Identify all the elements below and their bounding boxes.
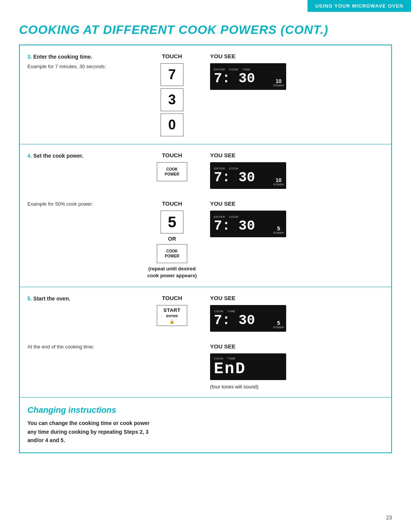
step5-yousee-header: YOU SEE <box>210 295 236 301</box>
cook-power-button-1[interactable]: COOKPOWER <box>157 162 187 181</box>
key-0[interactable]: 0 <box>161 113 183 136</box>
page-title: Cooking at Different Cook Powers (Cont.) <box>19 23 392 37</box>
step4-lcd2-power: 5 POWER <box>273 225 284 234</box>
step5-yousee-col: YOU SEE COOK TIME 7: 30 5 POWER <box>210 295 384 332</box>
cook-power-button-2[interactable]: COOKPOWER <box>157 244 187 263</box>
changing-text: You can change the cooking time or cook … <box>27 419 384 444</box>
header-title: USING YOUR MICROWAVE OVEN <box>315 3 403 9</box>
step5-part2: At the end of the cooking time: YOU SEE … <box>27 343 384 390</box>
step4-power1-num: 10 <box>276 177 282 183</box>
step5-power1-num: 5 <box>277 320 280 326</box>
title-suffix: (Cont.) <box>277 23 328 37</box>
step3-lcd-power: 10 POWER <box>273 78 284 87</box>
step4-sub-label: Example for 50% cook power: <box>27 200 134 208</box>
step4-touch-header2: TOUCH <box>138 200 206 207</box>
step4-lcd2: ENTER COOK 7: 30 5 POWER <box>210 211 286 237</box>
step4-text: 4. Set the cook power. <box>27 152 134 160</box>
step5-lcd-end: COOK TIME EnD <box>210 353 286 380</box>
title-prefix: Cooking at Different <box>19 23 178 37</box>
step4-sub-text: Example for 50% cook power: <box>27 200 134 208</box>
four-tones-text: (four tones will sound) <box>210 384 258 390</box>
step4-touch-header: TOUCH <box>138 152 206 158</box>
step4-lcd1: ENTER COOK 7: 30 10 POWER <box>210 162 286 189</box>
step3-power-num: 10 <box>276 78 282 84</box>
or-text: OR <box>168 236 176 242</box>
step5-lcd1-power: 5 POWER <box>273 320 284 329</box>
key-3[interactable]: 3 <box>161 88 183 111</box>
step3-lcd: ENTER COOK TIME 7: 30 10 POWER <box>210 63 286 90</box>
start-button[interactable]: START ENTER 🔒 <box>157 305 187 326</box>
header-bar: USING YOUR MICROWAVE OVEN <box>307 0 411 12</box>
step4-yousee-header: YOU SEE <box>210 152 236 158</box>
step4-lcd1-power: 10 POWER <box>273 177 284 186</box>
step5-yousee-header2: YOU SEE <box>210 343 236 350</box>
key-5[interactable]: 5 <box>161 211 183 233</box>
step5-end-label: At the end of the cooking time: <box>27 343 134 351</box>
page-number: 23 <box>386 514 392 521</box>
step3-touch-col: TOUCH 7 3 0 <box>138 53 206 136</box>
step5-lcd1: COOK TIME 7: 30 5 POWER <box>210 305 286 332</box>
step5-end-display: EnD <box>214 361 246 377</box>
step3-row: 3. Enter the cooking time. Example for 7… <box>20 45 391 144</box>
step3-yousee-col: YOU SEE ENTER COOK TIME 7: 30 10 POWER <box>210 53 384 90</box>
step5-lcd1-time: 7: 30 <box>214 314 255 328</box>
step5-part1: 5. Start the oven. TOUCH START ENTER 🔒 Y… <box>27 295 384 332</box>
step5-yousee-col2: YOU SEE COOK TIME EnD (four tones will s… <box>210 343 384 390</box>
step4-label: Set the cook power. <box>33 153 83 159</box>
step3-yousee-header: YOU SEE <box>210 53 236 59</box>
step4-part2: Example for 50% cook power: TOUCH 5 OR C… <box>27 200 384 279</box>
step5-touch-header: TOUCH <box>138 295 206 301</box>
lock-icon: 🔒 <box>169 319 175 324</box>
step4-yousee-col2: YOU SEE ENTER COOK 7: 30 5 POWER <box>210 200 384 237</box>
repeat-text: (repeat until desiredcook power appears) <box>147 265 197 279</box>
step3-number: 3. <box>27 54 32 60</box>
step3-num-keys: 7 3 0 <box>161 63 183 136</box>
step4-number: 4. <box>27 153 32 159</box>
step4-power1-label: POWER <box>273 183 284 186</box>
step5-end-text: At the end of the cooking time: <box>27 343 134 351</box>
start-sub-label: ENTER <box>166 314 178 318</box>
step5-text: 5. Start the oven. <box>27 295 134 303</box>
step3-touch-header: TOUCH <box>138 53 206 59</box>
step4-part1: 4. Set the cook power. TOUCH COOKPOWER Y… <box>27 152 384 189</box>
changing-title: Changing instructions <box>27 405 384 415</box>
step3-lcd-time: 7: 30 <box>214 72 255 86</box>
step5-touch-col: TOUCH START ENTER 🔒 <box>138 295 206 326</box>
step5-row: 5. Start the oven. TOUCH START ENTER 🔒 Y… <box>20 287 391 398</box>
step4-touch-col: TOUCH COOKPOWER <box>138 152 206 181</box>
step4-power2-num: 5 <box>277 225 280 232</box>
step3-text: 3. Enter the cooking time. Example for 7… <box>27 53 134 70</box>
step4-yousee-header2: YOU SEE <box>210 200 236 207</box>
step5-number: 5. <box>27 296 32 302</box>
content-box: 3. Enter the cooking time. Example for 7… <box>19 45 392 453</box>
step3-power-label: POWER <box>273 84 284 87</box>
changing-section: Changing instructions You can change the… <box>20 398 391 452</box>
title-highlight: Cook Powers <box>178 23 277 37</box>
step4-power2-label: POWER <box>273 232 284 234</box>
step4-row: 4. Set the cook power. TOUCH COOKPOWER Y… <box>20 144 391 287</box>
step3-label: Enter the cooking time. <box>33 54 92 60</box>
step5-label: Start the oven. <box>33 296 70 302</box>
key-7[interactable]: 7 <box>161 63 183 86</box>
step3-sub: Example for 7 minutes, 30 seconds: <box>27 63 134 70</box>
step4-touch-col2: TOUCH 5 OR COOKPOWER (repeat until desir… <box>138 200 206 279</box>
step5-power1-label: POWER <box>273 326 284 329</box>
step4-yousee-col: YOU SEE ENTER COOK 7: 30 10 POWER <box>210 152 384 189</box>
step4-lcd2-time: 7: 30 <box>214 219 255 233</box>
start-main-label: START <box>164 307 181 313</box>
step4-lcd1-time: 7: 30 <box>214 171 255 185</box>
